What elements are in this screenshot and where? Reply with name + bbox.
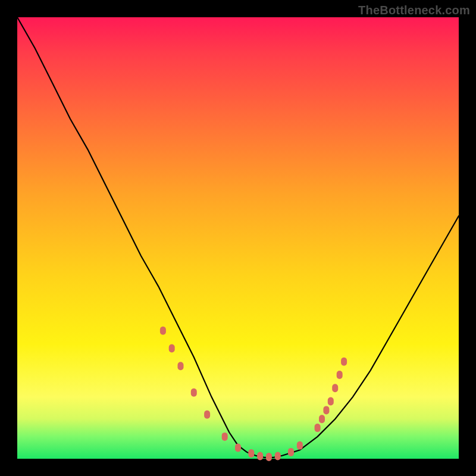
- curve-marker: [235, 444, 241, 452]
- curve-marker: [288, 448, 294, 456]
- chart-svg: [17, 17, 459, 459]
- curve-marker: [275, 452, 281, 461]
- curve-marker: [315, 424, 321, 432]
- curve-marker: [204, 411, 210, 419]
- plot-area: [17, 17, 459, 459]
- curve-marker: [169, 345, 175, 353]
- curve-marker: [319, 415, 325, 423]
- curve-marker: [328, 397, 334, 406]
- curve-marker: [332, 384, 338, 392]
- curve-marker: [248, 449, 254, 458]
- curve-marker: [191, 389, 197, 397]
- watermark-text: TheBottleneck.com: [358, 4, 470, 17]
- curve-marker: [222, 433, 228, 441]
- curve-marker: [178, 362, 184, 370]
- chart-frame: TheBottleneck.com: [0, 0, 476, 476]
- curve-marker: [257, 452, 263, 461]
- bottleneck-curve: [17, 17, 459, 458]
- curve-marker: [341, 358, 347, 366]
- curve-marker: [160, 327, 166, 335]
- curve-marker: [266, 453, 272, 461]
- curve-marker: [323, 406, 329, 414]
- curve-marker: [337, 371, 343, 379]
- curve-marker: [297, 441, 303, 450]
